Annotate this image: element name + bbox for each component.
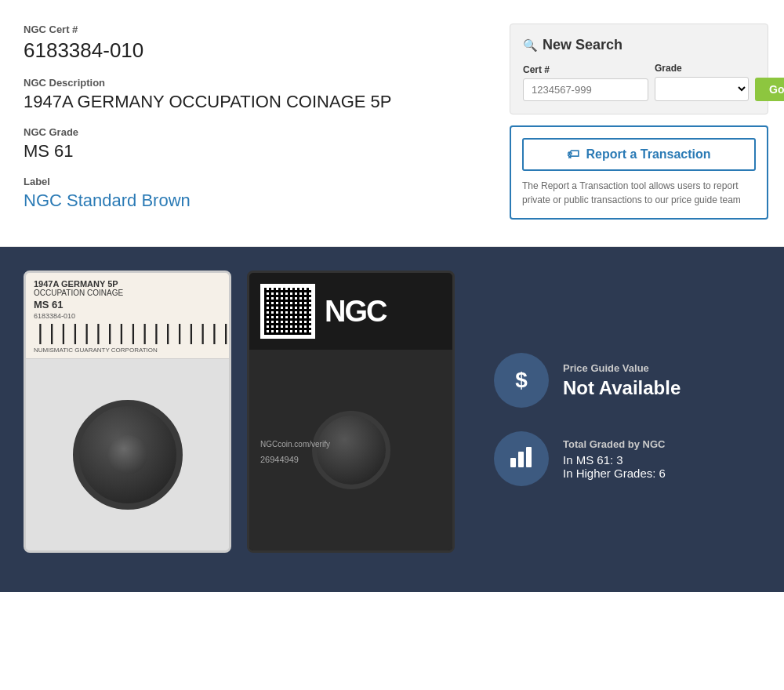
coin-slab-back: NGC NGCcoin.com/verify 26944949 — [247, 271, 455, 553]
dollar-icon: $ — [515, 368, 528, 393]
graded-higher: In Higher Grades: 6 — [563, 467, 666, 480]
chart-icon — [509, 444, 534, 474]
new-search-box: 🔍 New Search Cert # Grade Go — [510, 24, 768, 114]
go-button[interactable]: Go — [755, 78, 784, 101]
left-panel: NGC Cert # 6183384-010 NGC Description 1… — [0, 24, 494, 231]
label-label: Label — [24, 176, 470, 187]
grade-value: MS 61 — [24, 141, 470, 162]
coin-back — [312, 411, 390, 489]
report-transaction-button[interactable]: 🏷 Report a Transaction — [522, 138, 756, 171]
svg-rect-0 — [510, 458, 516, 467]
slab-barcode: ||||||||||||||||||| — [34, 321, 221, 346]
price-guide-stat: $ Price Guide Value Not Available — [494, 353, 760, 408]
ngc-logo: NGC — [325, 296, 386, 326]
graded-icon-circle — [494, 431, 549, 486]
report-icon: 🏷 — [567, 147, 579, 162]
slab-back-header: NGC — [249, 273, 452, 350]
slab-cert: 6183384-010 — [34, 312, 221, 320]
grade-field-label: Grade — [655, 63, 749, 74]
slab-line2: OCCUPATION COINAGE — [34, 289, 221, 297]
grade-field-group: Grade — [655, 63, 749, 101]
cert-search-input[interactable] — [523, 78, 648, 101]
slab-coin-area — [26, 359, 229, 550]
slab-serial: 26944949 — [260, 455, 299, 464]
slab-top-label: 1947A GERMANY 5P OCCUPATION COINAGE MS 6… — [26, 273, 229, 359]
graded-text: Total Graded by NGC In MS 61: 3 In Highe… — [563, 438, 666, 480]
graded-ms61: In MS 61: 3 — [563, 453, 666, 467]
price-text: Price Guide Value Not Available — [563, 362, 681, 399]
grade-select[interactable] — [655, 77, 749, 101]
qr-code — [260, 284, 315, 339]
cert-field-group: Cert # — [523, 64, 648, 101]
cert-label: NGC Cert # — [24, 24, 470, 35]
price-icon-circle: $ — [494, 353, 549, 408]
slab-grade: MS 61 — [34, 299, 221, 310]
top-section: NGC Cert # 6183384-010 NGC Description 1… — [0, 0, 784, 246]
label-value[interactable]: NGC Standard Brown — [24, 191, 470, 211]
graded-title: Total Graded by NGC — [563, 438, 666, 450]
new-search-title: 🔍 New Search — [523, 37, 755, 53]
cert-field-label: Cert # — [523, 64, 648, 75]
coin-slab-front: 1947A GERMANY 5P OCCUPATION COINAGE MS 6… — [24, 271, 231, 553]
slab-ngc-label: NUMISMATIC GUARANTY CORPORATION — [34, 347, 221, 354]
coin-inner — [108, 435, 147, 474]
price-guide-title: Price Guide Value — [563, 362, 681, 374]
cert-value: 6183384-010 — [24, 38, 470, 63]
stats-area: $ Price Guide Value Not Available Total — [478, 271, 760, 568]
graded-stat: Total Graded by NGC In MS 61: 3 In Highe… — [494, 431, 760, 486]
coins-area: 1947A GERMANY 5P OCCUPATION COINAGE MS 6… — [24, 271, 455, 568]
qr-pattern — [264, 288, 311, 335]
price-guide-value: Not Available — [563, 377, 681, 399]
back-coin-area — [249, 350, 452, 550]
grade-label: NGC Grade — [24, 126, 470, 138]
report-box: 🏷 Report a Transaction The Report a Tran… — [510, 125, 768, 220]
svg-rect-1 — [518, 452, 524, 467]
verify-url: NGCcoin.com/verify — [260, 440, 330, 448]
search-icon: 🔍 — [523, 38, 538, 53]
bottom-section: 1947A GERMANY 5P OCCUPATION COINAGE MS 6… — [0, 247, 784, 592]
desc-value: 1947A GERMANY OCCUPATION COINAGE 5P — [24, 92, 470, 112]
coin-front — [73, 400, 183, 510]
right-panel: 🔍 New Search Cert # Grade Go — [494, 24, 784, 231]
slab-line1: 1947A GERMANY 5P — [34, 279, 221, 289]
desc-label: NGC Description — [24, 77, 470, 89]
search-fields: Cert # Grade Go — [523, 63, 755, 101]
svg-rect-2 — [526, 447, 532, 467]
report-description: The Report a Transaction tool allows use… — [522, 179, 756, 207]
